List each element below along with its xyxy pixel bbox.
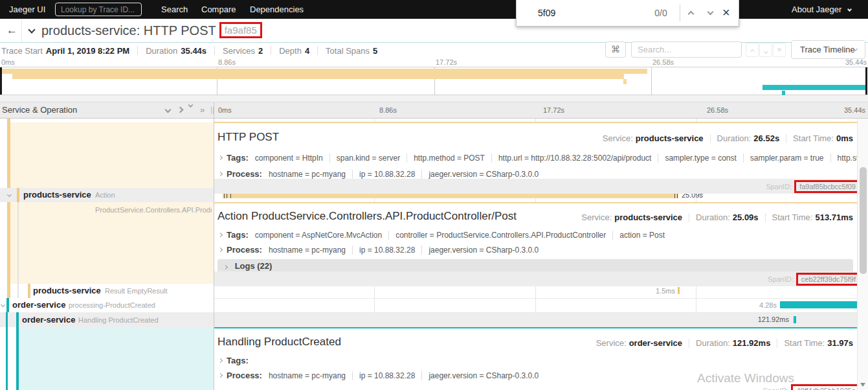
span-bar-handling[interactable] <box>794 316 796 323</box>
chevron-down-icon <box>847 7 852 12</box>
find-previous-icon[interactable] <box>688 11 695 17</box>
span-id-label: SpanID: <box>768 275 794 283</box>
span-detail-action: Action ProductService.Controllers.API.Pr… <box>214 202 857 284</box>
minimap-left-handle[interactable] <box>0 67 2 95</box>
back-arrow-icon[interactable]: ← <box>6 19 17 42</box>
nav-link-compare[interactable]: Compare <box>201 0 236 19</box>
tree-row-handling[interactable]: order-service Handling ProductCreated <box>0 312 214 327</box>
summary-label: Services <box>223 46 255 56</box>
scrollbar-down-arrow[interactable] <box>860 383 865 387</box>
minimap-span-processing <box>762 85 865 90</box>
process-item: ip = 10.88.32.28 <box>352 371 421 380</box>
minimap-scrub-strip[interactable] <box>0 95 868 102</box>
span-id-label: SpanID: <box>766 183 792 190</box>
tags-row[interactable]: Tags: <box>219 356 255 365</box>
process-item: jaeger.version = CSharp-0.3.0.0 <box>421 246 545 255</box>
process-row[interactable]: Process: hostname = pc-myang ip = 10.88.… <box>219 169 545 179</box>
tree-operation-name: processing-ProductCreated <box>69 298 155 313</box>
tag-item: component = HttpIn <box>255 154 329 163</box>
nav-link-dependencies[interactable]: Dependencies <box>250 0 304 19</box>
nav-link-search[interactable]: Search <box>161 0 188 19</box>
collapse-all-icon[interactable] <box>189 106 192 107</box>
app-logo[interactable]: Jaeger UI <box>9 0 45 19</box>
minimap-span-action <box>12 74 624 79</box>
minimap-tick: 17.72s <box>436 58 457 66</box>
summary-value: 35.44s <box>181 46 206 56</box>
find-query-text[interactable]: 5f09 <box>538 0 555 26</box>
summary-label: Total Spans <box>326 46 370 56</box>
about-jaeger-label: About Jaeger <box>792 5 841 14</box>
chevron-right-icon <box>223 265 228 270</box>
chevron-right-icon <box>218 373 223 378</box>
meta-label: Start Time: <box>784 338 825 348</box>
summary-value: 5 <box>373 46 377 56</box>
tag-item: http.method = POST <box>406 154 491 163</box>
tree-row-result[interactable]: products-service Result EmptyResult <box>0 284 214 298</box>
process-item: hostname = pc-myang <box>269 170 352 179</box>
tags-label: Tags: <box>227 230 249 240</box>
tags-row[interactable]: Tags: component = HttpIn span.kind = ser… <box>219 153 868 163</box>
meta-label: Duration: <box>696 338 730 348</box>
search-prev-button[interactable] <box>746 43 759 57</box>
tree-operation-name: Handling ProductCreated <box>78 312 159 328</box>
logs-accordion[interactable]: Logs (22) <box>217 259 853 273</box>
column-resizer[interactable] <box>211 107 212 114</box>
shortcut-help-button[interactable]: ⌘ <box>605 41 626 58</box>
expand-one-icon[interactable] <box>177 107 184 113</box>
minimap-tick: 26.58s <box>652 58 674 66</box>
span-detail-meta: Service: order-service Duration: 121.92m… <box>596 338 853 348</box>
trace-id-lookup-input[interactable] <box>55 3 142 16</box>
span-detail-http-post: HTTP POST Service: products-service Dura… <box>214 122 857 188</box>
view-selector-button[interactable]: Trace Timeline <box>791 40 865 59</box>
trace-minimap[interactable] <box>0 67 868 95</box>
span-detail-meta: Service: products-service Duration: 26.5… <box>603 133 853 143</box>
summary-label: Trace Start <box>1 46 43 56</box>
chevron-down-icon[interactable] <box>7 192 12 197</box>
panel-divider[interactable] <box>214 102 214 390</box>
process-label: Process: <box>227 169 262 179</box>
tree-service-name: order-service <box>22 312 75 327</box>
detail-row-tint-products <box>10 122 214 188</box>
trace-search-input[interactable] <box>631 41 742 58</box>
search-next-button[interactable] <box>759 43 772 57</box>
tag-item: span.kind = server <box>329 154 406 163</box>
vertical-scrollbar[interactable] <box>857 119 868 390</box>
chevron-down-icon[interactable] <box>1 303 5 307</box>
search-clear-button[interactable]: × <box>773 43 786 57</box>
find-next-icon[interactable] <box>707 9 714 16</box>
tree-row-processing[interactable]: order-service processing-ProductCreated <box>0 298 214 312</box>
tree-guide-line-products <box>7 119 10 298</box>
find-close-icon[interactable]: × <box>722 0 730 25</box>
view-selector-label: Trace Timeline <box>800 41 855 58</box>
about-jaeger-menu[interactable]: About Jaeger <box>792 0 851 19</box>
process-item: jaeger.version = CSharp-0.3.0.0 <box>421 371 545 380</box>
tree-operation-name: Action ProductService.Controllers.API.Pr… <box>95 188 212 218</box>
tree-row-action[interactable]: products-service Action ProductService.C… <box>0 188 214 202</box>
trace-title: products-service: HTTP POSTfa9af85 <box>41 19 262 42</box>
meta-label: Service: <box>596 338 627 348</box>
meta-label: Duration: <box>717 133 751 143</box>
logs-label: Logs (22) <box>235 261 273 271</box>
chevron-down-icon <box>763 49 768 54</box>
collapse-trace-chevron-icon[interactable] <box>28 26 35 33</box>
tags-row[interactable]: Tags: component = AspNetCore.MvcAction c… <box>219 230 671 240</box>
tag-item: component = AspNetCore.MvcAction <box>255 231 388 240</box>
span-bar-result[interactable] <box>678 287 680 294</box>
minimap-right-handle[interactable] <box>865 67 867 95</box>
minimap-tick: 0ms <box>1 58 15 66</box>
timeline-tick: 35.44s <box>844 102 865 118</box>
process-row[interactable]: Process: hostname = pc-myang ip = 10.88.… <box>219 371 545 380</box>
span-detail-meta: Service: products-service Duration: 25.0… <box>581 212 853 222</box>
process-row[interactable]: Process: hostname = pc-myang ip = 10.88.… <box>219 245 545 255</box>
span-id-label: SpanID: <box>763 387 789 390</box>
meta-label: Start Time: <box>772 212 813 222</box>
span-id-annotation: ceb22ff39dc75f9f <box>796 273 861 286</box>
tree-service-name: products-service <box>23 188 91 202</box>
span-duration-label: 4.28s <box>751 298 777 312</box>
minimap-gridline <box>651 67 652 95</box>
minimap-tick-labels: 0ms 8.86s 17.72s 26.58s 35.44s <box>0 58 868 67</box>
scrollbar-thumb[interactable] <box>860 167 867 274</box>
span-bar-processing[interactable] <box>780 301 857 308</box>
collapse-one-icon[interactable] <box>165 107 172 113</box>
expand-all-icon[interactable]: » <box>200 104 205 117</box>
